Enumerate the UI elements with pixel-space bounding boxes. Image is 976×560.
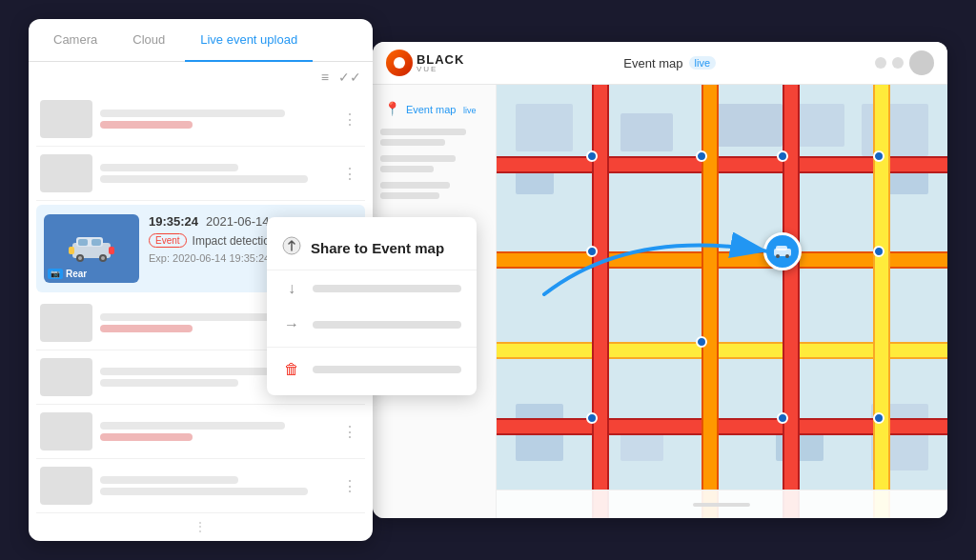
- svg-point-5: [78, 256, 82, 260]
- placeholder-line: [100, 379, 238, 387]
- svg-rect-12: [776, 246, 787, 250]
- map-controls: [875, 50, 934, 75]
- road-vertical-right: [783, 85, 800, 518]
- sidebar-placeholder: [380, 139, 445, 146]
- sidebar-placeholder: [380, 182, 450, 189]
- map-pin-icon: 📍: [384, 101, 400, 116]
- list-item: ⋮: [36, 405, 365, 459]
- menu-item-label: [313, 366, 461, 373]
- logo-circle: [386, 50, 413, 76]
- toolbar: ≡ ✓✓: [29, 62, 373, 92]
- event-dot: [586, 412, 598, 424]
- more-dots[interactable]: ⋮: [338, 477, 361, 495]
- share-to-map-icon: [282, 236, 301, 260]
- user-avatar[interactable]: [909, 50, 934, 75]
- menu-item-label: [313, 321, 461, 329]
- list-item: ⋮: [36, 459, 365, 513]
- placeholder-line: [100, 476, 238, 484]
- row-content: [100, 164, 331, 183]
- road-vertical-far-right: [873, 85, 890, 518]
- map-bottom-bar: [497, 490, 947, 518]
- map-title-text: Event map: [623, 56, 682, 70]
- road-vertical-mid: [702, 85, 719, 518]
- map-sidebar-event-map[interactable]: 📍 Event map live: [380, 92, 488, 125]
- svg-rect-9: [109, 247, 114, 254]
- event-dot: [873, 412, 884, 424]
- thumbnail: [40, 304, 92, 342]
- event-dot: [777, 150, 788, 162]
- event-badge: Event: [149, 233, 187, 248]
- context-share[interactable]: →: [267, 307, 477, 343]
- list-item: ⋮: [36, 92, 365, 147]
- row-content: [100, 476, 331, 495]
- pagination-bar: [693, 503, 750, 507]
- window-control-2[interactable]: [892, 57, 904, 69]
- thumbnail: [40, 467, 92, 505]
- context-delete[interactable]: 🗑: [267, 351, 477, 388]
- svg-point-13: [776, 254, 780, 258]
- tab-live-event-upload[interactable]: Live event upload: [185, 19, 313, 62]
- event-dot: [777, 412, 788, 424]
- sidebar-placeholder: [380, 192, 439, 199]
- main-container: Camera Cloud Live event upload ≡ ✓✓ ⋮: [0, 0, 976, 560]
- filter-icon[interactable]: ≡: [321, 70, 329, 85]
- checkmark-icon[interactable]: ✓✓: [338, 70, 361, 85]
- svg-rect-8: [69, 247, 74, 254]
- placeholder-line: [100, 313, 285, 321]
- thumbnail: [40, 358, 92, 396]
- window-control-1[interactable]: [875, 57, 886, 69]
- share-to-event-map-text: Share to Event map: [311, 240, 444, 256]
- context-download[interactable]: ↓: [267, 270, 477, 307]
- event-dot: [696, 150, 707, 162]
- building: [620, 113, 673, 151]
- event-thumbnail: 📷 Rear: [44, 214, 139, 283]
- event-time: 19:35:24: [149, 214, 198, 229]
- tabs: Camera Cloud Live event upload: [29, 19, 373, 62]
- blackvue-logo: BLACK VUE: [386, 50, 465, 76]
- context-menu-header: Share to Event map: [267, 225, 477, 270]
- tab-camera[interactable]: Camera: [38, 19, 112, 62]
- svg-rect-3: [92, 239, 101, 246]
- building: [516, 104, 573, 151]
- event-dot: [873, 150, 884, 162]
- list-item: ⋮: [36, 147, 365, 201]
- sidebar-placeholder: [380, 129, 466, 135]
- car-marker-icon: [773, 244, 792, 259]
- placeholder-line: [100, 433, 193, 441]
- event-dot: [696, 336, 707, 348]
- event-dot: [873, 246, 884, 257]
- context-menu: Share to Event map ↓ → 🗑: [267, 217, 477, 395]
- thumbnail: [40, 412, 92, 450]
- map-canvas[interactable]: [497, 85, 947, 518]
- brand-vue: VUE: [417, 66, 465, 73]
- sidebar-placeholder: [380, 155, 456, 162]
- map-title: Event map live: [623, 56, 716, 70]
- live-badge: live: [689, 56, 717, 70]
- placeholder-line: [100, 175, 308, 183]
- placeholder-line: [100, 110, 285, 117]
- map-header: BLACK VUE Event map live: [373, 42, 947, 85]
- logo-inner: [394, 57, 405, 69]
- more-dots[interactable]: ⋮: [338, 110, 361, 129]
- more-dots[interactable]: ⋮: [338, 423, 361, 441]
- camera-icon: 📷: [48, 269, 63, 279]
- brand-black: BLACK: [417, 53, 465, 66]
- placeholder-line: [100, 164, 238, 171]
- row-content: [100, 422, 331, 441]
- tab-cloud[interactable]: Cloud: [117, 19, 180, 62]
- thumb-label: 📷 Rear: [48, 269, 87, 279]
- download-icon: ↓: [282, 280, 301, 297]
- row-content: [100, 110, 331, 129]
- car-marker: [763, 232, 802, 270]
- event-description: Impact detection: [193, 234, 276, 248]
- more-dots[interactable]: ⋮: [338, 165, 361, 183]
- event-dot: [586, 150, 598, 162]
- svg-rect-2: [78, 239, 88, 246]
- car-svg: [69, 231, 114, 266]
- placeholder-line: [100, 121, 193, 129]
- placeholder-line: [100, 325, 193, 332]
- placeholder-line: [100, 422, 285, 430]
- thumbnail: [40, 100, 92, 138]
- share-icon-svg: [282, 236, 301, 255]
- arrow-right-icon: →: [282, 316, 301, 333]
